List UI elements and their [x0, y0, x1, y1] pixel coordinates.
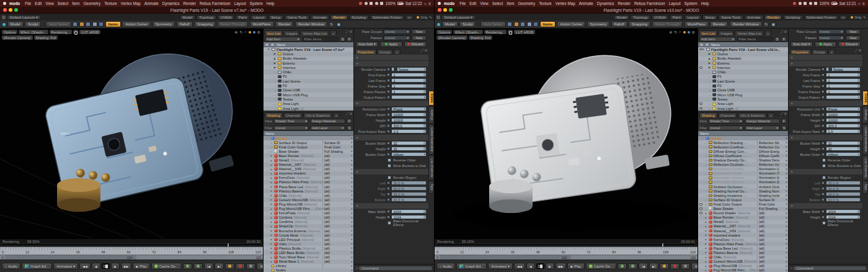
pass-groups-dropdown[interactable]: (none)▾	[383, 29, 410, 34]
layout-tab[interactable]: Setup	[702, 15, 717, 20]
vp-option-dot-icon[interactable]	[249, 31, 251, 34]
timeline-ruler[interactable]: 01224364860728496108120	[435, 247, 698, 255]
add-layer-dropdown[interactable]: Add Layer▾	[745, 125, 780, 130]
effect-dropdown-icon[interactable]: ▾	[786, 141, 787, 144]
snapping-button[interactable]: Snapping	[194, 21, 216, 27]
panel-tab[interactable]: +	[768, 112, 774, 117]
prev-key-button[interactable]: |◀	[639, 263, 648, 270]
effect-dropdown-icon[interactable]: ▾	[786, 242, 787, 245]
field-value-box[interactable]: 10000	[826, 112, 861, 117]
refresh-button[interactable]	[628, 263, 637, 270]
shader-row[interactable]: ▸ Metal2 (Material) (all) ▾	[264, 158, 353, 162]
shield-status-icon[interactable]	[799, 2, 802, 5]
effect-dropdown-icon[interactable]: ▾	[786, 229, 787, 232]
channel-toggle-icon[interactable]	[387, 124, 390, 127]
channel-toggle-icon[interactable]	[387, 79, 390, 82]
shader-row[interactable]: ▸ FerroOuro (Material) (all) ▾	[698, 237, 788, 242]
property-row[interactable]: ▾ Left Left 36.0 %	[354, 180, 428, 186]
shader-view-dropdown[interactable]: Shader Tree▾	[708, 119, 743, 124]
render-button[interactable]: Render	[710, 21, 728, 27]
layout-tab[interactable]: Layout	[250, 15, 267, 20]
property-row[interactable]: ▾ DPI DPI 300.0	[789, 123, 862, 129]
default-layouts-dropdown[interactable]: Default Layouts ▾	[7, 15, 41, 20]
menu-item[interactable]: Animate	[144, 1, 159, 6]
layout-tab[interactable]: Game Tools	[285, 15, 309, 20]
layout-tab[interactable]: Model	[180, 15, 195, 20]
viewport-3d[interactable]: Options Effect: (Shadin... Rendering... …	[0, 29, 263, 238]
item-tree-row[interactable]: – Chão	[264, 70, 353, 74]
apply-button[interactable]: Apply	[815, 42, 837, 47]
shader-row[interactable]: – Shading Incidence Output Shading Incid…	[698, 193, 788, 197]
apple-menu-icon[interactable]	[3, 2, 6, 5]
item-tree-row[interactable]: – P1	[264, 75, 353, 79]
shader-row[interactable]: ▸ Cordona (Material) (all) ▾	[264, 215, 353, 220]
field-value-box[interactable]: Pixels	[826, 107, 861, 111]
shader-row[interactable]: ▸ Chão (Material) (all) ▾	[698, 255, 788, 260]
discard-button[interactable]: Discard	[404, 42, 427, 47]
vertical-tab[interactable]: Frame	[862, 91, 868, 106]
shader-row[interactable]: – Illumination (Unshadowed)... Illuminat…	[698, 167, 788, 171]
shader-row[interactable]: Library ▾	[264, 264, 353, 268]
field-value-box[interactable]: 36.0 %	[826, 181, 861, 185]
property-row[interactable]: ▾ DPI DPI 300.0	[354, 123, 428, 129]
shader-row[interactable]: ▸ Plástico Botão (Material) (all) ▾	[264, 246, 353, 250]
menu-item[interactable]: Geometry	[518, 1, 535, 6]
viewport-3d[interactable]: Options Effect: (Shadin... Rendering... …	[435, 29, 698, 238]
auto-select-button[interactable]: Auto Select	[480, 21, 505, 27]
home-icon[interactable]	[436, 16, 440, 19]
effect-dropdown-icon[interactable]: ▾	[786, 176, 787, 179]
shader-row[interactable]: – Diffuse Coefficient Output Diffuse Coe…	[698, 153, 788, 158]
volume-icon[interactable]	[380, 2, 383, 5]
menu-item[interactable]: Select	[492, 1, 503, 6]
layout-tab[interactable]: Topology	[197, 15, 216, 20]
effect-dropdown-icon[interactable]: ▾	[351, 137, 352, 140]
property-row[interactable]: ▾ Right Right 66.0 %	[789, 186, 862, 191]
property-row[interactable]: ▾ Pixel Aspect Ratio Pixel Aspect Ratio …	[354, 129, 428, 134]
zoom-icon[interactable]	[14, 8, 18, 12]
menu-item[interactable]: Edit	[469, 1, 476, 6]
window-titlebar[interactable]: Flashlight Parts V19 - Last Scene v7.lxo…	[0, 7, 434, 14]
field-value-box[interactable]: 1024	[826, 209, 861, 214]
passes-new-button[interactable]: New	[846, 35, 861, 40]
property-row[interactable]: ▾ Last Frame Last Frame 1	[354, 78, 428, 83]
shader-row[interactable]: – Surface ID Output Surface ID ▾	[698, 197, 788, 202]
shader-row[interactable]: ▸ Conectr MicroUSB (Material) (all) ▾	[264, 197, 353, 202]
next-frame-button[interactable]: ▶	[546, 263, 554, 270]
effect-dropdown-icon[interactable]: ▾	[351, 150, 352, 153]
item-tree-row[interactable]: – P1	[698, 75, 788, 79]
effect-dropdown-icon[interactable]: ▾	[351, 176, 352, 179]
panel-expand-icon[interactable]: ⤢	[781, 30, 783, 34]
checkbox-icon[interactable]	[822, 221, 826, 225]
viewport-options-button[interactable]: Options	[2, 30, 17, 34]
orbit-icon[interactable]: ↻	[674, 30, 677, 34]
panel-gear-icon[interactable]: ⚙	[350, 30, 352, 34]
channel-toggle-icon[interactable]	[822, 147, 825, 150]
field-value-box[interactable]: 10000	[826, 118, 861, 122]
effect-dropdown-icon[interactable]: ▾	[351, 247, 352, 250]
field-value-box[interactable]: 63.5 %	[391, 197, 427, 202]
effect-dropdown-icon[interactable]: ▾	[786, 265, 787, 268]
graph-editor-button[interactable]: Graph Ed...	[22, 263, 52, 270]
zoom-tool-icon[interactable]: ⌕	[679, 30, 681, 34]
lock-icon[interactable]	[508, 30, 513, 34]
channel-toggle-icon[interactable]	[387, 68, 390, 71]
property-row[interactable]: ▾ Resolution Unit Resolution Unit Pixels	[354, 106, 428, 112]
field-value-box[interactable]: 1.0	[391, 129, 427, 134]
current-frame-slider[interactable]: 0	[536, 263, 544, 269]
menu-item[interactable]: Help	[701, 1, 709, 6]
channel-toggle-icon[interactable]	[387, 119, 390, 122]
property-row[interactable]: ▾ Frame Width Frame Width 10000	[789, 112, 862, 117]
menu-item[interactable]: Help	[267, 1, 275, 6]
channel-toggle-icon[interactable]	[822, 96, 825, 99]
viewport-effect-button[interactable]: Effect: (Shadin...	[453, 30, 482, 34]
effect-dropdown-icon[interactable]: ▾	[351, 189, 352, 193]
property-row[interactable]: ▾ Render Render	[354, 61, 428, 66]
shield-status-icon[interactable]	[365, 2, 368, 5]
field-value-box[interactable]: 32	[826, 147, 861, 151]
property-row[interactable]: ▾ Write Buckets to Disk Write Buckets to…	[354, 163, 428, 168]
panel-gear-icon[interactable]: ⚙	[425, 48, 427, 53]
field-value-box[interactable]: 1	[826, 89, 861, 94]
cache-deformers-button[interactable]: Cache De...	[151, 263, 182, 270]
vp-option-dot-icon[interactable]	[683, 31, 686, 34]
record-button[interactable]	[670, 263, 680, 270]
